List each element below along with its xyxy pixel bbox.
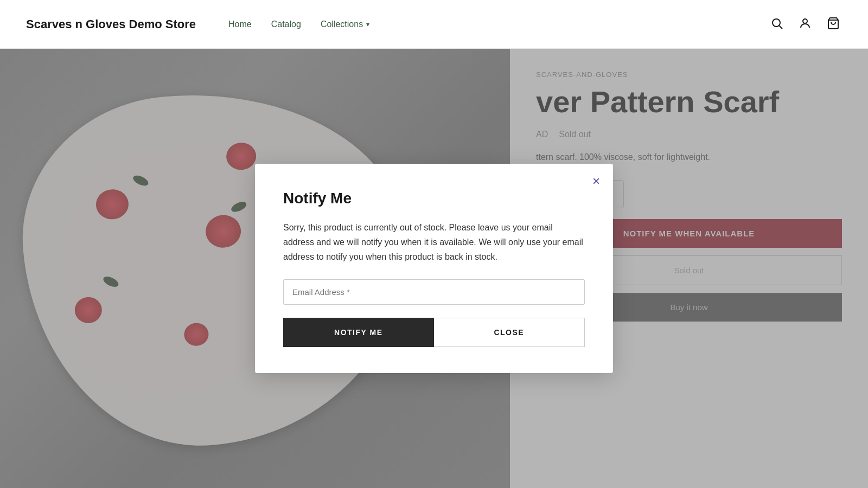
- header-icons: [768, 15, 842, 34]
- svg-point-0: [773, 19, 780, 27]
- modal-close-x-button[interactable]: ×: [592, 175, 600, 188]
- email-input[interactable]: [283, 279, 585, 305]
- modal-body: Sorry, this product is currently out of …: [283, 220, 585, 265]
- modal-notify-button[interactable]: NOTIFY ME: [283, 318, 434, 347]
- chevron-down-icon: ▾: [366, 21, 369, 28]
- cart-button[interactable]: [825, 15, 842, 34]
- modal-close-button[interactable]: CLOSE: [434, 318, 585, 347]
- account-icon: [799, 17, 812, 30]
- store-logo: Scarves n Gloves Demo Store: [26, 17, 196, 31]
- nav-catalog[interactable]: Catalog: [271, 20, 301, 29]
- svg-point-2: [803, 19, 807, 23]
- modal-buttons: NOTIFY ME CLOSE: [283, 318, 585, 347]
- main-content: SCARVES-AND-GLOVES ver Pattern Scarf AD …: [0, 49, 868, 488]
- cart-icon: [827, 17, 840, 30]
- search-icon: [770, 17, 783, 30]
- header: Scarves n Gloves Demo Store Home Catalog…: [0, 0, 868, 49]
- svg-line-1: [780, 26, 783, 29]
- main-nav: Home Catalog Collections ▾: [228, 20, 768, 29]
- account-button[interactable]: [796, 15, 814, 34]
- modal-overlay[interactable]: × Notify Me Sorry, this product is curre…: [0, 49, 868, 488]
- notify-modal: × Notify Me Sorry, this product is curre…: [255, 164, 613, 374]
- nav-collections[interactable]: Collections ▾: [321, 20, 369, 29]
- nav-home[interactable]: Home: [228, 20, 252, 29]
- modal-title: Notify Me: [283, 190, 585, 207]
- search-button[interactable]: [768, 15, 786, 34]
